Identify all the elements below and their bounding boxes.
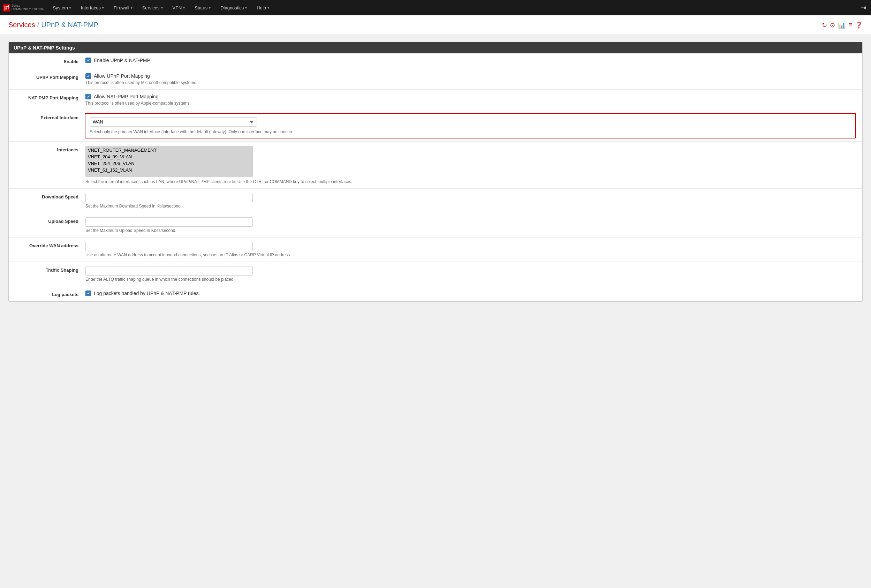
- download-speed-label: Download Speed: [9, 193, 85, 199]
- enable-label: Enable: [9, 58, 85, 64]
- breadcrumb: Services / UPnP & NAT-PMP: [8, 21, 98, 29]
- upnp-checkbox[interactable]: [85, 73, 91, 79]
- nav-item-system[interactable]: System ▾: [48, 3, 75, 13]
- traffic-shaping-input[interactable]: [85, 266, 253, 275]
- nav-item-help[interactable]: Help ▾: [253, 3, 273, 13]
- nat-pmp-row: NAT-PMP Port Mapping Allow NAT-PMP Port …: [9, 90, 862, 110]
- interfaces-content: VNET_ROUTER_MANAGEMENT VNET_204_99_VLAN …: [85, 146, 862, 184]
- help-icon[interactable]: ❓: [855, 21, 863, 29]
- log-packets-checkbox[interactable]: [85, 290, 91, 296]
- log-packets-row: Log packets Log packets handled by UPnP …: [9, 286, 862, 301]
- graph-icon[interactable]: 📊: [838, 21, 846, 29]
- listbox-option-4[interactable]: VNET_61_162_VLAN: [87, 167, 252, 174]
- nat-pmp-checkbox-row: Allow NAT-PMP Port Mapping: [85, 94, 855, 99]
- upnp-label: UPnP Port Mapping: [9, 73, 85, 80]
- interfaces-label: Interfaces: [9, 146, 85, 153]
- breadcrumb-current: UPnP & NAT-PMP: [41, 21, 98, 29]
- enable-checkbox[interactable]: [85, 58, 91, 63]
- nat-pmp-checkbox[interactable]: [85, 94, 91, 99]
- download-speed-help: Set the Maximum Download Speed in Kbits/…: [85, 203, 855, 209]
- download-speed-content: Set the Maximum Download Speed in Kbits/…: [85, 193, 862, 209]
- upnp-content: Allow UPnP Port Mapping This protocol is…: [85, 73, 862, 85]
- enable-content: Enable UPnP & NAT-PMP: [85, 58, 862, 64]
- log-packets-checkbox-label: Log packets handled by UPnP & NAT-PMP ru…: [94, 290, 200, 296]
- interfaces-row: Interfaces VNET_ROUTER_MANAGEMENT VNET_2…: [9, 142, 862, 189]
- listbox-option-1[interactable]: VNET_ROUTER_MANAGEMENT: [87, 147, 252, 153]
- nav-item-services[interactable]: Services ▾: [138, 3, 167, 13]
- chevron-down-icon: ▾: [131, 6, 133, 10]
- traffic-shaping-help: Enter the ALTQ traffic shaping queue in …: [85, 277, 855, 282]
- log-packets-content: Log packets handled by UPnP & NAT-PMP ru…: [85, 290, 862, 296]
- upload-speed-content: Set the Maximum Upload Speed in Kbits/se…: [85, 217, 862, 233]
- breadcrumb-services[interactable]: Services: [8, 21, 35, 29]
- upnp-checkbox-row: Allow UPnP Port Mapping: [85, 73, 855, 79]
- navbar: pf SenseCOMMUNITY EDITION System ▾ Inter…: [0, 0, 871, 15]
- main-content: UPnP & NAT-PMP Settings Enable Enable UP…: [0, 35, 871, 309]
- upload-speed-label: Upload Speed: [9, 217, 85, 224]
- log-packets-checkbox-row: Log packets handled by UPnP & NAT-PMP ru…: [85, 290, 855, 296]
- nat-pmp-checkbox-label: Allow NAT-PMP Port Mapping: [94, 94, 158, 99]
- download-speed-input[interactable]: [85, 193, 253, 202]
- override-wan-input[interactable]: [85, 242, 253, 251]
- external-interface-select[interactable]: WAN: [90, 117, 257, 127]
- upload-speed-row: Upload Speed Set the Maximum Upload Spee…: [9, 213, 862, 238]
- enable-row: Enable Enable UPnP & NAT-PMP: [9, 53, 862, 69]
- nat-pmp-help-text: This protocol is often used by Apple-com…: [85, 101, 855, 106]
- upnp-checkbox-label: Allow UPnP Port Mapping: [94, 73, 150, 79]
- chevron-down-icon: ▾: [161, 6, 163, 10]
- chevron-down-icon: ▾: [102, 6, 104, 10]
- page-header: Services / UPnP & NAT-PMP ↻ ⊙ 📊 ≡ ❓: [0, 15, 871, 35]
- nav-item-status[interactable]: Status ▾: [190, 3, 215, 13]
- nav-item-vpn[interactable]: VPN ▾: [168, 3, 189, 13]
- breadcrumb-separator: /: [37, 21, 39, 29]
- external-interface-highlight: WAN Select only the primary WAN interfac…: [85, 113, 856, 138]
- upnp-port-mapping-row: UPnP Port Mapping Allow UPnP Port Mappin…: [9, 69, 862, 90]
- settings-panel: UPnP & NAT-PMP Settings Enable Enable UP…: [8, 42, 863, 302]
- panel-header: UPnP & NAT-PMP Settings: [9, 42, 862, 53]
- traffic-shaping-content: Enter the ALTQ traffic shaping queue in …: [85, 266, 862, 282]
- override-wan-label: Override WAN address: [9, 242, 85, 248]
- upnp-help-text: This protocol is often used by Microsoft…: [85, 80, 855, 85]
- logo-box: pf: [3, 4, 10, 12]
- override-wan-help: Use an alternate WAN address to accept i…: [85, 253, 855, 257]
- nav-item-diagnostics[interactable]: Diagnostics ▾: [216, 3, 251, 13]
- listbox-option-3[interactable]: VNET_254_206_VLAN: [87, 160, 252, 167]
- external-interface-help: Select only the primary WAN interface (i…: [90, 129, 851, 134]
- upload-speed-help: Set the Maximum Upload Speed in Kbits/se…: [85, 228, 855, 233]
- chevron-down-icon: ▾: [245, 6, 247, 10]
- list-icon[interactable]: ≡: [849, 21, 852, 28]
- brand-logo[interactable]: pf SenseCOMMUNITY EDITION: [3, 4, 44, 12]
- traffic-shaping-label: Traffic Shaping: [9, 266, 85, 273]
- override-wan-row: Override WAN address Use an alternate WA…: [9, 238, 862, 262]
- nat-pmp-content: Allow NAT-PMP Port Mapping This protocol…: [85, 94, 862, 106]
- navbar-right: ⇥: [859, 4, 868, 12]
- nav-item-firewall[interactable]: Firewall ▾: [109, 3, 137, 13]
- chevron-down-icon: ▾: [183, 6, 185, 10]
- upload-speed-input[interactable]: [85, 217, 253, 227]
- download-speed-row: Download Speed Set the Maximum Download …: [9, 189, 862, 213]
- listbox-option-2[interactable]: VNET_204_99_VLAN: [87, 153, 252, 160]
- nav-item-interfaces[interactable]: Interfaces ▾: [77, 3, 108, 13]
- enable-checkbox-row: Enable UPnP & NAT-PMP: [85, 58, 855, 63]
- stop-icon[interactable]: ⊙: [830, 21, 835, 29]
- traffic-shaping-row: Traffic Shaping Enter the ALTQ traffic s…: [9, 262, 862, 286]
- log-packets-label: Log packets: [9, 290, 85, 297]
- chevron-down-icon: ▾: [209, 6, 211, 10]
- interfaces-listbox[interactable]: VNET_ROUTER_MANAGEMENT VNET_204_99_VLAN …: [85, 146, 253, 177]
- external-interface-label: External Interface: [9, 114, 85, 120]
- restart-icon[interactable]: ↻: [822, 21, 827, 29]
- chevron-down-icon: ▾: [268, 6, 269, 10]
- header-icons: ↻ ⊙ 📊 ≡ ❓: [822, 21, 863, 29]
- brand-text: SenseCOMMUNITY EDITION: [12, 4, 44, 11]
- logout-icon[interactable]: ⇥: [859, 2, 868, 13]
- chevron-down-icon: ▾: [69, 6, 71, 10]
- external-interface-content: WAN Select only the primary WAN interfac…: [85, 114, 862, 138]
- external-interface-row: External Interface WAN Select only the p…: [9, 110, 862, 142]
- enable-checkbox-label: Enable UPnP & NAT-PMP: [94, 58, 150, 63]
- interfaces-help: Select the internal interfaces, such as …: [85, 179, 855, 184]
- nat-pmp-label: NAT-PMP Port Mapping: [9, 94, 85, 100]
- override-wan-content: Use an alternate WAN address to accept i…: [85, 242, 862, 257]
